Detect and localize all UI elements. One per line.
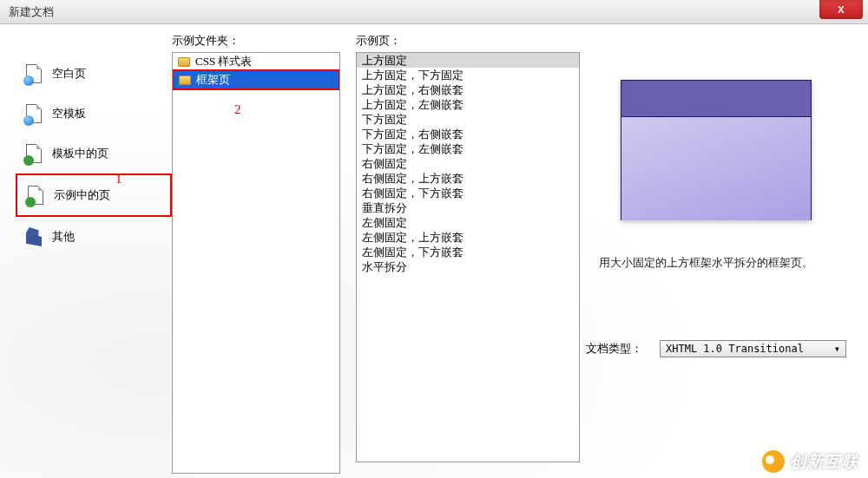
page-item[interactable]: 上方固定，下方固定 — [357, 68, 579, 82]
page-icon — [24, 144, 43, 163]
preview-description: 用大小固定的上方框架水平拆分的框架页。 — [599, 255, 833, 271]
sample-page-list[interactable]: 上方固定 上方固定，下方固定 上方固定，右侧嵌套 上方固定，左侧嵌套 下方固定 … — [356, 52, 580, 462]
sample-folder-list[interactable]: CSS 样式表 框架页 — [172, 52, 340, 474]
doctype-row: 文档类型： XHTML 1.0 Transitional ▾ — [586, 340, 846, 357]
sidebar-item-label: 模板中的页 — [52, 146, 108, 161]
preview-bottom-frame — [621, 117, 811, 220]
sample-page-header: 示例页： — [356, 33, 580, 52]
folder-item-frameset[interactable]: 框架页 — [172, 69, 340, 90]
sidebar-item-label: 示例中的页 — [54, 187, 110, 203]
annotation-2: 2 — [234, 102, 241, 117]
sample-folder-column: 示例文件夹： CSS 样式表 框架页 — [172, 33, 340, 462]
sidebar-item-blank-page[interactable]: 空白页 — [16, 54, 172, 94]
preview-thumbnail — [621, 80, 812, 220]
sidebar-item-blank-template[interactable]: 空模板 — [16, 94, 172, 134]
folder-icon — [178, 57, 190, 67]
folder-icon — [179, 75, 191, 85]
sidebar-item-label: 空白页 — [52, 66, 86, 82]
folder-item-css[interactable]: CSS 样式表 — [173, 53, 339, 70]
page-item[interactable]: 上方固定，左侧嵌套 — [357, 97, 579, 112]
watermark: 创新互联 — [762, 450, 859, 473]
category-sidebar: 空白页 空模板 模板中的页 示例中的页 其他 — [16, 33, 172, 462]
folder-item-label: CSS 样式表 — [195, 54, 252, 69]
page-item[interactable]: 上方固定，右侧嵌套 — [357, 82, 579, 97]
page-item[interactable]: 左侧固定，下方嵌套 — [357, 245, 579, 259]
dialog-content: 空白页 空模板 模板中的页 示例中的页 其他 1 2 示例文件夹： CSS 样式… — [0, 24, 868, 478]
annotation-1: 1 — [115, 172, 122, 187]
page-item[interactable]: 下方固定，左侧嵌套 — [357, 141, 579, 156]
page-item[interactable]: 垂直拆分 — [357, 200, 579, 215]
page-item[interactable]: 右侧固定，下方嵌套 — [357, 186, 579, 200]
sidebar-item-sample-page[interactable]: 示例中的页 — [16, 174, 172, 217]
preview-column: 用大小固定的上方框架水平拆分的框架页。 文档类型： XHTML 1.0 Tran… — [580, 33, 852, 462]
page-icon — [26, 186, 45, 205]
preview-top-frame — [621, 81, 811, 117]
title-bar: 新建文档 X — [0, 0, 868, 24]
page-icon — [24, 104, 43, 123]
page-item[interactable]: 上方固定 — [357, 53, 579, 68]
sidebar-item-label: 其他 — [52, 229, 75, 245]
sample-folder-header: 示例文件夹： — [172, 33, 340, 52]
doctype-value: XHTML 1.0 Transitional — [666, 343, 804, 355]
page-item[interactable]: 左侧固定 — [357, 215, 579, 230]
doctype-label: 文档类型： — [586, 341, 642, 357]
sidebar-item-template-page[interactable]: 模板中的页 — [16, 134, 172, 174]
page-item[interactable]: 下方固定，右侧嵌套 — [357, 127, 579, 141]
doctype-select[interactable]: XHTML 1.0 Transitional ▾ — [660, 340, 846, 357]
folder-item-label: 框架页 — [196, 72, 230, 88]
chevron-down-icon: ▾ — [834, 343, 840, 355]
close-button[interactable]: X — [819, 0, 863, 19]
watermark-text: 创新互联 — [790, 451, 859, 472]
close-icon: X — [838, 4, 844, 15]
other-icon — [24, 227, 43, 246]
page-item[interactable]: 左侧固定，上方嵌套 — [357, 230, 579, 245]
watermark-logo-icon — [762, 450, 785, 473]
sidebar-item-label: 空模板 — [52, 106, 86, 121]
page-item[interactable]: 水平拆分 — [357, 259, 579, 274]
page-item[interactable]: 下方固定 — [357, 112, 579, 127]
window-title: 新建文档 — [9, 4, 54, 20]
page-item[interactable]: 右侧固定 — [357, 156, 579, 171]
page-icon — [24, 64, 43, 83]
sidebar-item-other[interactable]: 其他 — [16, 217, 172, 257]
page-item[interactable]: 右侧固定，上方嵌套 — [357, 171, 579, 186]
sample-page-column: 示例页： 上方固定 上方固定，下方固定 上方固定，右侧嵌套 上方固定，左侧嵌套 … — [356, 33, 580, 462]
